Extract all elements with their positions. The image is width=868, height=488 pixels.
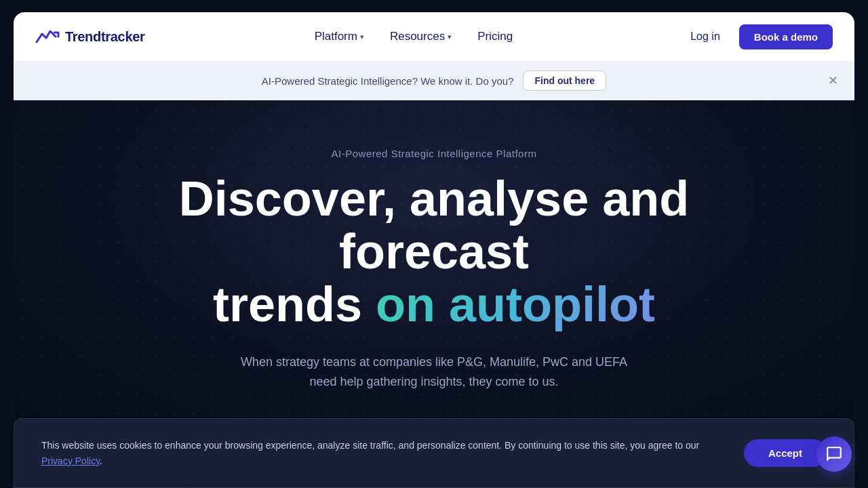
hero-headline: Discover, analyse and forecast trends on… [129,173,739,331]
announcement-banner: AI-Powered Strategic Intelligence? We kn… [14,61,854,100]
nav-platform[interactable]: Platform ▾ [304,24,375,49]
nav-pricing[interactable]: Pricing [467,24,524,49]
hero-section: AI-Powered Strategic Intelligence Platfo… [14,100,854,426]
headline-part2: trends [213,277,376,331]
cookie-text: This website uses cookies to enhance you… [41,438,728,468]
hero-subtitle: AI-Powered Strategic Intelligence Platfo… [332,148,537,159]
headline-part1: Discover, analyse and forecast [179,171,689,279]
cookie-accept-button[interactable]: Accept [744,439,827,467]
login-button[interactable]: Log in [682,25,728,48]
banner-text: AI-Powered Strategic Intelligence? We kn… [262,75,514,87]
find-out-here-button[interactable]: Find out here [523,70,606,91]
logo-text: Trendtracker [65,29,145,45]
main-card: Trendtracker Platform ▾ Resources ▾ Pric… [14,12,854,426]
cookie-banner: This website uses cookies to enhance you… [14,418,854,488]
nav-resources[interactable]: Resources ▾ [379,24,462,49]
navbar: Trendtracker Platform ▾ Resources ▾ Pric… [14,12,854,61]
platform-chevron-icon: ▾ [360,33,364,41]
logo[interactable]: Trendtracker [35,27,145,46]
chat-bubble-button[interactable] [816,436,852,472]
logo-icon [35,27,60,46]
hero-body-line1: When strategy teams at companies like P&… [241,355,627,369]
hero-body-line2: need help gathering insights, they come … [309,375,558,388]
hero-body: When strategy teams at companies like P&… [241,352,627,392]
book-demo-button[interactable]: Book a demo [739,24,833,49]
resources-chevron-icon: ▾ [448,33,452,41]
headline-highlight: on autopilot [376,277,655,331]
nav-links: Platform ▾ Resources ▾ Pricing [304,24,524,49]
chat-icon [825,445,843,463]
banner-close-icon[interactable]: ✕ [828,75,838,87]
nav-actions: Log in Book a demo [682,24,833,49]
privacy-policy-link[interactable]: Privacy Policy [41,455,100,466]
